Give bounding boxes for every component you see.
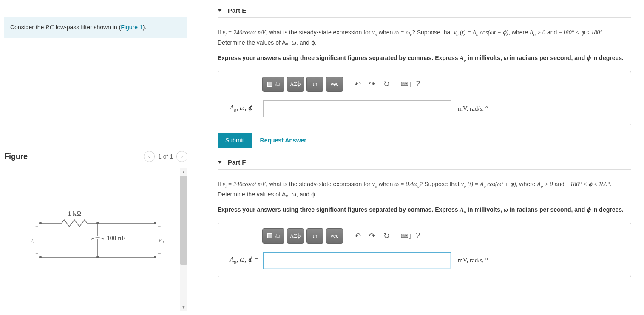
help-button[interactable]: ? [416, 231, 420, 240]
intro-text-suffix: ). [143, 24, 147, 31]
reset-button[interactable]: ↻ [380, 230, 392, 242]
scroll-thumb[interactable] [180, 176, 187, 265]
part-e-answer-input[interactable] [263, 100, 451, 117]
part-f-answer-label: Ao, ω, ϕ = [224, 255, 259, 265]
capacitor-label: 100 nF [107, 235, 125, 241]
part-e-answer-units: mV, rad/s, ° [458, 105, 488, 112]
figure-prev-button[interactable]: ‹ [144, 151, 155, 162]
keyboard-button[interactable]: ⌨] [401, 81, 411, 87]
problem-intro: Consider the RC low-pass filter shown in… [4, 17, 187, 38]
figure-title: Figure [4, 152, 28, 161]
figure-area: +− +− 1 kΩ 100 nF vi vo ▲ ▼ [4, 168, 187, 311]
figure-header: Figure ‹ 1 of 1 › [4, 151, 187, 162]
left-panel: Consider the RC low-pass filter shown in… [0, 0, 192, 315]
greek-button[interactable]: ΑΣϕ [287, 77, 304, 92]
part-e-header[interactable]: Part E [218, 3, 631, 17]
part-f-question: If vi = 240cosωt mV, what is the steady-… [218, 180, 631, 199]
figure-counter: 1 of 1 [158, 153, 173, 160]
part-e-title: Part E [228, 7, 246, 14]
part-f-answer-row: Ao, ω, ϕ = mV, rad/s, ° [224, 252, 625, 269]
greek-button[interactable]: ΑΣϕ [287, 228, 304, 244]
svg-point-6 [39, 222, 42, 224]
svg-point-9 [96, 256, 99, 258]
vec-button[interactable]: vec [326, 77, 343, 92]
part-e-question: If vi = 240cosωt mV, what is the steady-… [218, 28, 631, 48]
scroll-up-arrow[interactable]: ▲ [180, 168, 187, 176]
part-f-toolbar: √□ ΑΣϕ ↓↑ vec ↶ ↷ ↻ ⌨] ? [262, 228, 625, 244]
circuit-diagram: +− +− 1 kΩ 100 nF vi vo [28, 206, 164, 274]
part-e-submit-button[interactable]: Submit [218, 133, 252, 148]
vout-label: vo [159, 236, 164, 244]
vec-button[interactable]: vec [326, 228, 343, 244]
part-e-instructions: Express your answers using three signifi… [218, 54, 631, 63]
figure-canvas: +− +− 1 kΩ 100 nF vi vo [4, 168, 180, 311]
redo-button[interactable]: ↷ [366, 78, 378, 90]
caret-down-icon [218, 161, 222, 164]
intro-text-mid: low-pass filter shown in ( [54, 24, 121, 31]
undo-button[interactable]: ↶ [352, 78, 363, 90]
svg-text:−: − [35, 250, 38, 257]
part-e-submit-row: Submit Request Answer [218, 133, 631, 148]
help-button[interactable]: ? [416, 79, 420, 88]
figure-scrollbar[interactable]: ▲ ▼ [180, 168, 187, 311]
templates-button[interactable]: √□ [262, 77, 284, 92]
part-f: Part F If vi = 240cosωt mV, what is the … [218, 155, 631, 277]
svg-text:−: − [158, 250, 161, 257]
figure-nav: ‹ 1 of 1 › [144, 151, 187, 162]
part-e-answer-row: Ao, ω, ϕ = mV, rad/s, ° [224, 100, 625, 117]
svg-point-11 [154, 256, 156, 258]
subsup-button[interactable]: ↓↑ [306, 228, 323, 244]
svg-point-10 [154, 222, 156, 224]
vin-label: vi [30, 236, 34, 244]
part-e: Part E If vi = 240cosωt mV, what is the … [218, 3, 631, 148]
intro-text-prefix: Consider the [10, 24, 45, 31]
part-e-answer-box: √□ ΑΣϕ ↓↑ vec ↶ ↷ ↻ ⌨] ? Ao, ω, ϕ = [218, 71, 631, 125]
figure-link[interactable]: Figure 1 [121, 24, 142, 31]
part-f-body: If vi = 240cosωt mV, what is the steady-… [218, 169, 631, 277]
part-f-instructions: Express your answers using three signifi… [218, 205, 631, 215]
part-e-toolbar: √□ ΑΣϕ ↓↑ vec ↶ ↷ ↻ ⌨] ? [262, 77, 625, 92]
part-f-answer-box: √□ ΑΣϕ ↓↑ vec ↶ ↷ ↻ ⌨] ? Ao, ω, ϕ = [218, 223, 631, 277]
reset-button[interactable]: ↻ [380, 78, 392, 90]
part-f-header[interactable]: Part F [218, 155, 631, 169]
keyboard-button[interactable]: ⌨] [401, 233, 411, 239]
scroll-down-arrow[interactable]: ▼ [180, 303, 187, 311]
svg-point-7 [39, 256, 42, 258]
intro-rc: RC [45, 24, 54, 31]
part-e-request-answer-link[interactable]: Request Answer [260, 137, 306, 144]
caret-down-icon [218, 9, 222, 12]
part-e-answer-label: Ao, ω, ϕ = [224, 104, 259, 114]
part-e-body: If vi = 240cosωt mV, what is the steady-… [218, 17, 631, 148]
part-f-answer-input[interactable] [263, 252, 451, 269]
keyboard-icon: ⌨ [401, 81, 408, 87]
figure-next-button[interactable]: › [176, 151, 187, 162]
resistor-label: 1 kΩ [68, 210, 82, 217]
subsup-button[interactable]: ↓↑ [306, 77, 323, 92]
svg-text:+: + [158, 223, 161, 230]
undo-button[interactable]: ↶ [352, 230, 363, 242]
right-panel: Part E If vi = 240cosωt mV, what is the … [192, 0, 644, 315]
keyboard-icon: ⌨ [401, 233, 408, 239]
part-f-answer-units: mV, rad/s, ° [458, 257, 488, 264]
templates-button[interactable]: √□ [262, 228, 284, 244]
svg-point-8 [96, 222, 99, 224]
part-f-title: Part F [228, 159, 246, 166]
svg-text:+: + [35, 223, 38, 230]
redo-button[interactable]: ↷ [366, 230, 378, 242]
